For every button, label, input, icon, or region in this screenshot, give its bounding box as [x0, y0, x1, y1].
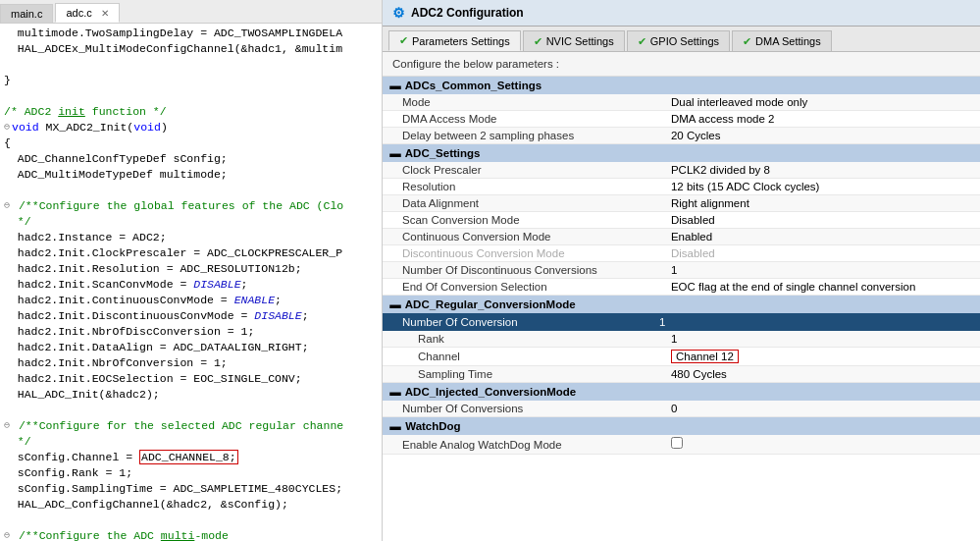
code-line: HAL_ADCEx_MultiModeConfigChannel(&hadc1,…	[0, 41, 382, 57]
section-toggle[interactable]: ▬	[388, 80, 402, 91]
config-instructions: Configure the below parameters :	[383, 52, 980, 77]
code-line: ⊖ /**Configure for the selected ADC regu…	[0, 418, 382, 434]
param-row-scan-conv: Scan Conversion Mode Disabled	[383, 212, 980, 229]
param-row-resolution: Resolution 12 bits (15 ADC Clock cycles)	[383, 179, 980, 195]
section-header-watchdog: ▬ WatchDog	[383, 417, 980, 436]
param-row-sampling-time: Sampling Time 480 Cycles	[383, 366, 980, 383]
collapse-icon[interactable]: ⊖	[4, 528, 10, 541]
code-line: HAL_ADC_ConfigChannel(&hadc2, &sConfig);	[0, 497, 382, 513]
section-toggle[interactable]: ▬	[388, 147, 402, 159]
code-line: sConfig.Rank = 1;	[0, 465, 382, 481]
tab-nvic-settings[interactable]: ✔ NVIC Settings	[523, 30, 625, 51]
check-icon: ✔	[399, 34, 408, 47]
collapse-icon[interactable]: ⊖	[4, 198, 10, 214]
code-line: HAL_ADC_Init(&hadc2);	[0, 387, 382, 403]
code-line: hadc2.Init.Resolution = ADC_RESOLUTION12…	[0, 261, 382, 277]
code-editor: main.c adc.c ✕ multimode.TwoSamplingDela…	[0, 0, 383, 541]
section-toggle[interactable]: ▬	[388, 420, 402, 432]
config-table: ▬ ADCs_Common_Settings Mode Dual interle…	[383, 77, 980, 455]
code-line: ADC_ChannelConfTypeDef sConfig;	[0, 151, 382, 167]
code-line: {	[0, 135, 382, 151]
code-line: hadc2.Init.ClockPrescaler = ADC_CLOCKPRE…	[0, 245, 382, 261]
channel-highlight: ADC_CHANNEL_8;	[139, 450, 238, 464]
tab-main-c[interactable]: main.c	[0, 4, 53, 23]
param-row-delay: Delay between 2 sampling phases 20 Cycle…	[383, 128, 980, 144]
collapse-icon[interactable]: ⊖	[4, 120, 10, 135]
param-row-watchdog-enable: Enable Analog WatchDog Mode	[383, 435, 980, 455]
code-line: */	[0, 214, 382, 230]
param-row-nbr-discconv: Number Of Discontinuous Conversions 1	[383, 262, 980, 279]
section-toggle[interactable]: ▬	[388, 298, 402, 310]
config-tabs-bar: ✔ Parameters Settings ✔ NVIC Settings ✔ …	[383, 27, 980, 52]
param-row-mode: Mode Dual interleaved mode only	[383, 94, 980, 111]
code-line: /* ADC2 init function */	[0, 104, 382, 120]
collapse-icon[interactable]: ⊖	[4, 418, 10, 434]
code-line: hadc2.Init.DataAlign = ADC_DATAALIGN_RIG…	[0, 340, 382, 355]
code-line: sConfig.Channel = ADC_CHANNEL_8;	[0, 450, 382, 465]
code-line	[0, 183, 382, 198]
param-row-dma-access: DMA Access Mode DMA access mode 2	[383, 111, 980, 128]
code-line: hadc2.Init.ScanConvMode = DISABLE;	[0, 277, 382, 293]
code-line: multimode.TwoSamplingDelay = ADC_TWOSAMP…	[0, 26, 382, 41]
check-icon: ✔	[534, 35, 542, 48]
code-line: hadc2.Instance = ADC2;	[0, 230, 382, 245]
tab-dma-settings[interactable]: ✔ DMA Settings	[732, 30, 832, 51]
code-line: sConfig.SamplingTime = ADC_SAMPLETIME_48…	[0, 481, 382, 497]
config-pane: ⚙ ADC2 Configuration ✔ Parameters Settin…	[383, 0, 980, 541]
param-row-eoc: End Of Conversion Selection EOC flag at …	[383, 279, 980, 296]
param-row-discontinuous-conv: Discontinuous Conversion Mode Disabled	[383, 245, 980, 262]
code-line: */	[0, 434, 382, 450]
section-header-adc-regular: ▬ ADC_Regular_ConversionMode	[383, 296, 980, 314]
config-title: ADC2 Configuration	[411, 6, 524, 20]
tab-parameters-settings[interactable]: ✔ Parameters Settings	[388, 30, 521, 51]
code-line: hadc2.Init.NbrOfConversion = 1;	[0, 355, 382, 371]
code-content: multimode.TwoSamplingDelay = ADC_TWOSAMP…	[0, 24, 382, 541]
code-line: ⊖ /**Configure the global features of th…	[0, 198, 382, 214]
code-line: hadc2.Init.DiscontinuousConvMode = DISAB…	[0, 308, 382, 324]
section-header-adcs-common: ▬ ADCs_Common_Settings	[383, 77, 980, 94]
param-row-num-conversions-inj: Number Of Conversions 0	[383, 401, 980, 417]
code-line: hadc2.Init.ContinuousConvMode = ENABLE;	[0, 293, 382, 308]
section-header-adc-injected: ▬ ADC_Injected_ConversionMode	[383, 383, 980, 402]
param-row-num-conversion-highlight: Number Of Conversion 1	[383, 313, 980, 331]
param-row-rank: Rank 1	[383, 331, 980, 348]
config-table-container[interactable]: ▬ ADCs_Common_Settings Mode Dual interle…	[383, 77, 980, 541]
close-icon[interactable]: ✕	[101, 8, 109, 19]
check-icon: ✔	[638, 35, 646, 48]
param-row-continuous-conv: Continuous Conversion Mode Enabled	[383, 229, 980, 245]
code-line: ⊖ void MX_ADC2_Init(void)	[0, 120, 382, 135]
param-row-channel: Channel Channel 12	[383, 348, 980, 366]
code-line: hadc2.Init.EOCSelection = EOC_SINGLE_CON…	[0, 371, 382, 387]
tab-adc-c[interactable]: adc.c ✕	[55, 3, 119, 23]
param-row-data-alignment: Data Alignment Right alignment	[383, 195, 980, 212]
code-line: ADC_MultiModeTypeDef multimode;	[0, 167, 382, 183]
channel-value-redbox: Channel 12	[671, 350, 739, 363]
param-row-clock-prescaler: Clock Prescaler PCLK2 divided by 8	[383, 162, 980, 179]
section-toggle[interactable]: ▬	[388, 386, 402, 398]
check-icon: ✔	[743, 35, 751, 48]
tab-gpio-settings[interactable]: ✔ GPIO Settings	[627, 30, 730, 51]
code-line: }	[0, 73, 382, 88]
code-line: hadc2.Init.NbrOfDiscConversion = 1;	[0, 324, 382, 340]
code-line	[0, 88, 382, 104]
code-line	[0, 57, 382, 73]
section-header-adc-settings: ▬ ADC_Settings	[383, 144, 980, 163]
code-line: ⊖ /**Configure the ADC multi-mode	[0, 528, 382, 541]
config-title-bar: ⚙ ADC2 Configuration	[383, 0, 980, 27]
code-line	[0, 513, 382, 528]
editor-tabs-bar: main.c adc.c ✕	[0, 0, 382, 24]
watchdog-checkbox[interactable]	[671, 437, 683, 449]
code-line	[0, 403, 382, 418]
adc-config-icon: ⚙	[392, 5, 405, 21]
